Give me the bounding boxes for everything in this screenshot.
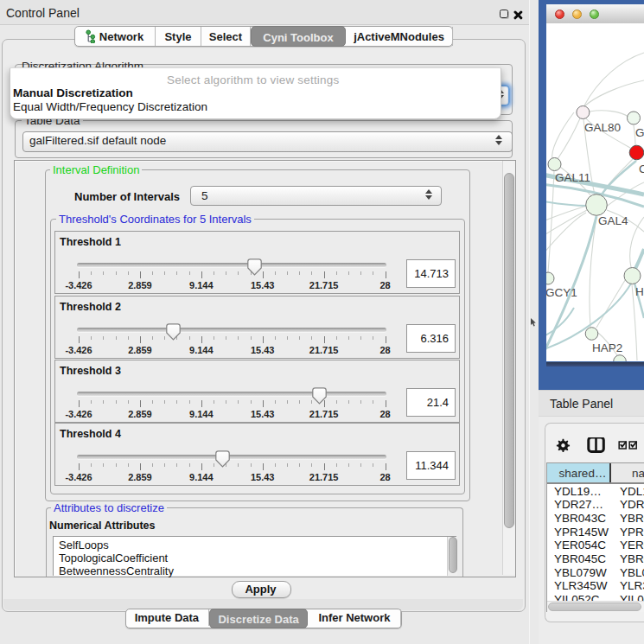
- svg-text:GAL4: GAL4: [598, 214, 628, 227]
- svg-text:GA: GA: [635, 126, 644, 139]
- svg-text:GCY1: GCY1: [546, 286, 577, 299]
- svg-text:H: H: [635, 285, 644, 298]
- svg-text:C: C: [639, 163, 644, 175]
- svg-text:GAL80: GAL80: [584, 121, 621, 134]
- svg-text:GAL11: GAL11: [555, 171, 590, 184]
- svg-text:HAP2: HAP2: [592, 341, 622, 354]
